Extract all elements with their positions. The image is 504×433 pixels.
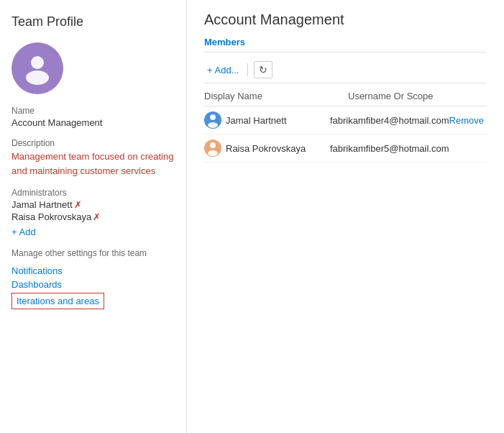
member-cell-1: Jamal Hartnett [204, 111, 330, 129]
col-display-name: Display Name [204, 91, 348, 101]
col-username: Username Or Scope [348, 91, 444, 101]
sidebar: Team Profile Name Account Management Des… [0, 0, 187, 433]
refresh-button[interactable]: ↻ [254, 61, 272, 78]
admin-name-1: Jamal Hartnett [12, 199, 73, 210]
table-row: Raisa Pokrovskaya fabrikamfiber5@hotmail… [204, 135, 487, 163]
svg-point-2 [210, 114, 216, 120]
remove-admin-2-icon[interactable]: ✗ [93, 211, 101, 222]
member-cell-2: Raisa Pokrovskaya [204, 140, 330, 157]
manage-label: Manage other settings for this team [12, 247, 175, 260]
toolbar-divider [247, 63, 248, 76]
team-avatar [12, 42, 63, 94]
admin-item: Jamal Hartnett ✗ [12, 199, 175, 210]
table-row: Jamal Hartnett fabrikamfiber4@hotmail.co… [204, 106, 487, 135]
team-avatar-icon [19, 50, 55, 86]
admin-item: Raisa Pokrovskaya ✗ [12, 211, 175, 222]
remove-member-1-button[interactable]: Remove [449, 115, 484, 126]
main-title: Account Management [204, 12, 487, 28]
add-admin-link[interactable]: + Add [12, 227, 36, 237]
member-name-1: Jamal Hartnett [226, 115, 287, 126]
member-name-2: Raisa Pokrovskaya [226, 143, 306, 154]
remove-admin-1-icon[interactable]: ✗ [74, 199, 82, 210]
administrators-label: Administrators [12, 188, 175, 198]
username-cell-2: fabrikamfiber5@hotmail.com [330, 143, 449, 154]
refresh-icon: ↻ [259, 64, 267, 76]
avatar-jamal [204, 111, 221, 129]
svg-point-4 [210, 142, 216, 148]
iterations-areas-link[interactable]: Iterations and areas [12, 293, 104, 309]
svg-point-3 [208, 122, 218, 128]
svg-point-5 [208, 150, 218, 156]
admin-name-2: Raisa Pokrovskaya [12, 211, 91, 222]
notifications-link[interactable]: Notifications [12, 265, 175, 276]
name-value: Account Management [12, 117, 175, 128]
description-text: Management team focused on creating and … [12, 150, 175, 178]
avatar-raisa [204, 140, 221, 157]
members-toolbar: + Add... ↻ [204, 57, 487, 83]
add-member-button[interactable]: + Add... [204, 63, 242, 77]
svg-point-0 [31, 56, 44, 69]
action-cell-1: Remove [449, 115, 487, 126]
members-section-header: Members [204, 37, 487, 53]
svg-point-1 [26, 70, 49, 85]
members-table: Display Name Username Or Scope Jamal Har… [204, 86, 487, 163]
username-cell-1: fabrikamfiber4@hotmail.com [330, 115, 449, 126]
main-content: Account Management Members + Add... ↻ Di… [187, 0, 504, 433]
description-label: Description [12, 138, 175, 148]
sidebar-title: Team Profile [12, 14, 175, 29]
name-label: Name [12, 106, 175, 116]
col-action [444, 91, 487, 101]
table-header: Display Name Username Or Scope [204, 86, 487, 106]
dashboards-link[interactable]: Dashboards [12, 279, 175, 290]
